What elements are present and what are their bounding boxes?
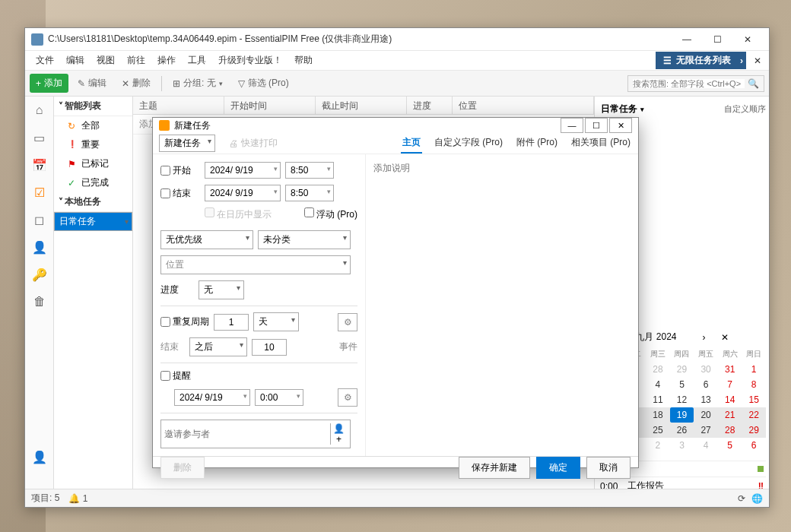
end-time-input[interactable]: 8:50 [285, 185, 334, 201]
priority-select[interactable]: 无优先级 [160, 230, 253, 249]
tree-done[interactable]: ✓已完成 [54, 173, 132, 192]
toolbar: +添加 ✎编辑 ✕删除 ⊞分组: 无▾ ▽筛选 (Pro) 🔍 [25, 71, 769, 97]
delete-button[interactable]: ✕删除 [116, 74, 157, 93]
nav-home-icon[interactable]: ⌂ [30, 101, 49, 119]
tab-main[interactable]: 主页 [401, 133, 422, 154]
banner-close-button[interactable]: ✕ [751, 54, 764, 68]
tree-daily[interactable]: 日常任务 [54, 212, 132, 231]
cal-close-icon[interactable]: ✕ [721, 332, 729, 343]
add-button[interactable]: +添加 [30, 74, 68, 93]
repeat-settings-button[interactable]: ⚙ [338, 313, 357, 331]
show-calendar-checkbox[interactable]: 在日历中显示 [205, 207, 272, 221]
group-dropdown[interactable]: ⊞分组: 无▾ [167, 74, 229, 93]
repeat-end-label: 结束 [160, 340, 185, 353]
end-date-input[interactable]: 2024/ 9/19 [205, 185, 281, 201]
repeat-unit-select[interactable]: 天 [253, 312, 299, 331]
dialog-close-button[interactable]: ✕ [609, 118, 632, 133]
tree-local-header[interactable]: ˅本地任务 [54, 192, 132, 212]
col-start[interactable]: 开始时间 [224, 97, 316, 114]
promo-banner[interactable]: ☰ 无限任务列表 [656, 52, 746, 69]
dialog-form: 开始 2024/ 9/19 8:50 结束 2024/ 9/19 8:50 在日… [153, 154, 366, 456]
grid-header: 主题 开始时间 截止时间 进度 位置 [133, 97, 594, 115]
add-participant-icon[interactable]: 👤+ [330, 423, 347, 445]
status-globe-icon[interactable]: 🌐 [751, 493, 763, 504]
tree-important[interactable]: ❗重要 [54, 135, 132, 154]
save-and-new-button[interactable]: 保存并新建 [459, 457, 530, 479]
dialog-maximize-button[interactable]: ☐ [585, 118, 608, 133]
status-items: 项目: 5 [31, 492, 59, 505]
edit-button[interactable]: ✎编辑 [71, 74, 113, 93]
menu-help[interactable]: 帮助 [288, 52, 319, 69]
description-pane[interactable] [366, 154, 638, 456]
dialog-icon [159, 120, 170, 131]
start-checkbox[interactable]: 开始 [160, 164, 200, 177]
dialog-minimize-button[interactable]: — [561, 118, 583, 133]
events-label: 事件 [339, 340, 357, 353]
task-select[interactable]: 新建任务 [159, 135, 215, 152]
search-box[interactable]: 🔍 [627, 75, 764, 92]
dialog-footer: 删除 保存并新建 确定 取消 [153, 456, 638, 479]
remind-time-input[interactable]: 0:00 [255, 389, 303, 406]
menu-view[interactable]: 视图 [91, 52, 121, 69]
remind-settings-button[interactable]: ⚙ [338, 388, 357, 407]
cancel-button[interactable]: 取消 [586, 457, 631, 479]
repeat-checkbox[interactable]: 重复周期 [160, 315, 209, 328]
tab-attach[interactable]: 附件 (Pro) [515, 133, 559, 154]
maximize-button[interactable]: ☐ [702, 30, 732, 49]
tree-all[interactable]: ↻全部 [54, 116, 132, 135]
location-input[interactable]: 位置 [160, 255, 351, 274]
menubar: 文件 编辑 视图 前往 操作 工具 升级到专业版！ 帮助 ☰ 无限任务列表 ✕ [25, 51, 769, 71]
nav-user-icon[interactable]: 👤 [30, 448, 49, 466]
invite-input[interactable]: 👤+ [160, 420, 351, 448]
after-select[interactable]: 之后 [189, 337, 247, 356]
minimize-button[interactable]: — [672, 30, 702, 49]
nav-contacts-icon[interactable]: 👤 [30, 238, 49, 256]
status-sync-icon[interactable]: ⟳ [738, 493, 745, 504]
col-progress[interactable]: 进度 [407, 97, 453, 114]
float-checkbox[interactable]: 浮动 (Pro) [304, 207, 357, 221]
dialog-title: 新建任务 [174, 119, 211, 132]
category-color [758, 466, 764, 472]
nav-tasks-icon[interactable]: ☑ [30, 183, 49, 201]
nav-strip: ⌂ ▭ 📅 ☑ ◻ 👤 🔑 🗑 👤 [25, 97, 54, 489]
start-time-input[interactable]: 8:50 [285, 162, 334, 179]
nav-password-icon[interactable]: 🔑 [30, 265, 49, 283]
tab-related[interactable]: 相关项目 (Pro) [570, 133, 632, 154]
search-input[interactable] [633, 79, 745, 88]
category-select[interactable]: 未分类 [258, 230, 351, 249]
after-count-input[interactable] [252, 339, 287, 356]
nav-trash-icon[interactable]: 🗑 [30, 293, 49, 311]
description-input[interactable] [373, 162, 631, 448]
status-bell[interactable]: 🔔 1 [68, 493, 87, 504]
tree-flagged[interactable]: ⚑已标记 [54, 154, 132, 173]
menu-file[interactable]: 文件 [30, 52, 60, 69]
menu-edit[interactable]: 编辑 [60, 52, 91, 69]
dialog-toolbar: 新建任务 🖨快速打印 主页 自定义字段 (Pro) 附件 (Pro) 相关项目 … [153, 133, 638, 154]
remind-date-input[interactable]: 2024/ 9/19 [174, 389, 250, 406]
progress-select[interactable]: 无 [199, 280, 244, 299]
start-date-input[interactable]: 2024/ 9/19 [205, 162, 281, 179]
remind-checkbox[interactable]: 提醒 [160, 369, 200, 382]
menu-go[interactable]: 前往 [121, 52, 151, 69]
cal-next-icon[interactable]: › [703, 332, 706, 343]
tab-custom[interactable]: 自定义字段 (Pro) [433, 133, 504, 154]
col-end[interactable]: 截止时间 [316, 97, 407, 114]
close-button[interactable]: ✕ [732, 30, 763, 49]
menu-action[interactable]: 操作 [151, 52, 182, 69]
quick-print-button: 🖨快速打印 [229, 137, 278, 150]
filter-button[interactable]: ▽筛选 (Pro) [232, 74, 295, 93]
nav-calendar-icon[interactable]: 📅 [30, 156, 49, 174]
tree-smart-header[interactable]: ˅智能列表 [54, 97, 132, 116]
banner-text: 无限任务列表 [676, 54, 731, 67]
col-location[interactable]: 位置 [453, 97, 594, 114]
ok-button[interactable]: 确定 [536, 457, 580, 479]
nav-notes-icon[interactable]: ◻ [30, 211, 49, 229]
repeat-count-input[interactable] [214, 314, 249, 331]
menu-upgrade[interactable]: 升级到专业版！ [212, 52, 288, 69]
dialog-titlebar: 新建任务 — ☐ ✕ [153, 118, 638, 133]
banner-icon: ☰ [663, 55, 672, 66]
nav-card-icon[interactable]: ▭ [30, 128, 49, 147]
end-checkbox[interactable]: 结束 [160, 187, 200, 200]
menu-tools[interactable]: 工具 [182, 52, 212, 69]
col-subject[interactable]: 主题 [133, 97, 224, 114]
